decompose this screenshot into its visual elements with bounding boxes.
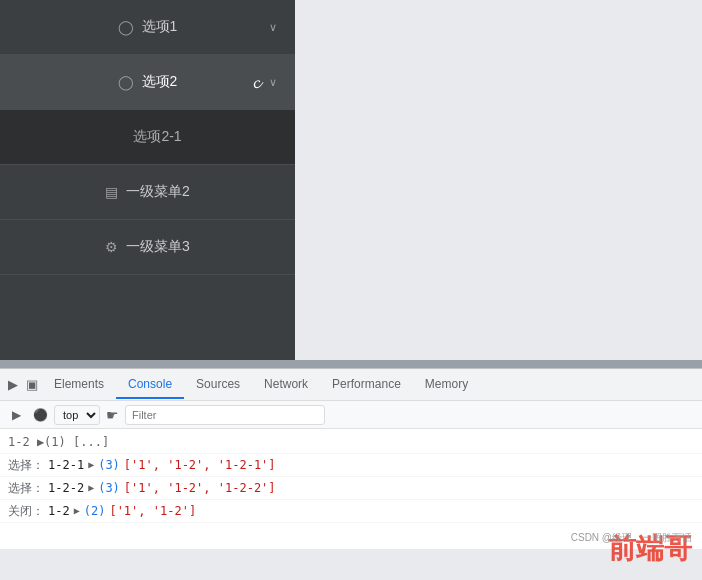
sidebar-item-option1[interactable]: ◯ 选项1 ∨ bbox=[0, 0, 295, 55]
arrow-icon-1: ∨ bbox=[269, 21, 277, 34]
tab-performance[interactable]: Performance bbox=[320, 371, 413, 399]
values-1: ['1', '1-2', '1-2-1'] bbox=[124, 456, 276, 474]
arrow-2: ▶ bbox=[88, 479, 94, 497]
console-line-1: 选择： 1-2-1 ▶ (3) ['1', '1-2', '1-2-1'] bbox=[0, 454, 702, 477]
csdn-label: CSDN @经理，一图胜万话 bbox=[571, 531, 692, 545]
menu-item-label-4: 一级菜单2 bbox=[126, 183, 190, 201]
tab-elements[interactable]: Elements bbox=[42, 371, 116, 399]
console-toolbar: ▶ ⚫ top ☛ bbox=[0, 401, 702, 429]
arrow-3: ▶ bbox=[74, 502, 80, 520]
main-content bbox=[295, 0, 702, 360]
count-1: (3) bbox=[98, 456, 120, 474]
devtools-tabs: ▶ ▣ Elements Console Sources Network Per… bbox=[0, 369, 702, 401]
context-select[interactable]: top bbox=[54, 405, 100, 425]
clear-console-button[interactable]: ▶ bbox=[6, 405, 26, 425]
devtools-panel: ▶ ▣ Elements Console Sources Network Per… bbox=[0, 368, 702, 549]
count-3: (2) bbox=[84, 502, 106, 520]
sidebar-item-option2[interactable]: ◯ 选项2 ∨ 𝓬 bbox=[0, 55, 295, 110]
tab-memory[interactable]: Memory bbox=[413, 371, 480, 399]
values-3: ['1', '1-2'] bbox=[109, 502, 196, 520]
location-icon-1: ◯ bbox=[118, 19, 134, 35]
inspect-icon[interactable]: ▣ bbox=[22, 377, 42, 392]
values-2: ['1', '1-2', '1-2-2'] bbox=[124, 479, 276, 497]
devtools-separator bbox=[0, 360, 702, 368]
label-3: 关闭： bbox=[8, 502, 44, 520]
sidebar: ◯ 选项1 ∨ ◯ 选项2 ∨ 𝓬 选项2-1 ▤ 一级菜单2 bbox=[0, 0, 295, 360]
console-text-truncated: 1-2 ▶(1) [...] bbox=[8, 433, 109, 451]
tab-sources[interactable]: Sources bbox=[184, 371, 252, 399]
arrow-1: ▶ bbox=[88, 456, 94, 474]
tab-console[interactable]: Console bbox=[116, 371, 184, 399]
filter-input[interactable] bbox=[125, 405, 325, 425]
label-2: 选择： bbox=[8, 479, 44, 497]
sidebar-item-option2-1[interactable]: 选项2-1 bbox=[0, 110, 295, 165]
console-line-2: 选择： 1-2-2 ▶ (3) ['1', '1-2', '1-2-2'] bbox=[0, 477, 702, 500]
sidebar-item-menu3[interactable]: ⚙ 一级菜单3 bbox=[0, 220, 295, 275]
eye-icon[interactable]: ☛ bbox=[104, 407, 121, 423]
arrow-icon-2: ∨ bbox=[269, 76, 277, 89]
path-3: 1-2 bbox=[48, 502, 70, 520]
menu-item-label-5: 一级菜单3 bbox=[126, 238, 190, 256]
menu-item-label-1: 选项1 bbox=[142, 18, 178, 36]
gear-icon: ⚙ bbox=[105, 239, 118, 255]
top-area: ◯ 选项1 ∨ ◯ 选项2 ∨ 𝓬 选项2-1 ▤ 一级菜单2 bbox=[0, 0, 702, 360]
select-icon[interactable]: ▶ bbox=[4, 377, 22, 392]
menu-item-label-3: 选项2-1 bbox=[133, 128, 181, 146]
menu-item-label-2: 选项2 bbox=[142, 73, 178, 91]
console-line-3: 关闭： 1-2 ▶ (2) ['1', '1-2'] bbox=[0, 500, 702, 523]
sidebar-item-menu2[interactable]: ▤ 一级菜单2 bbox=[0, 165, 295, 220]
path-2: 1-2-2 bbox=[48, 479, 84, 497]
path-1: 1-2-1 bbox=[48, 456, 84, 474]
console-line-truncated: 1-2 ▶(1) [...] bbox=[0, 431, 702, 454]
label-1: 选择： bbox=[8, 456, 44, 474]
tab-network[interactable]: Network bbox=[252, 371, 320, 399]
count-2: (3) bbox=[98, 479, 120, 497]
location-icon-2: ◯ bbox=[118, 74, 134, 90]
doc-icon: ▤ bbox=[105, 184, 118, 200]
block-button[interactable]: ⚫ bbox=[30, 405, 50, 425]
